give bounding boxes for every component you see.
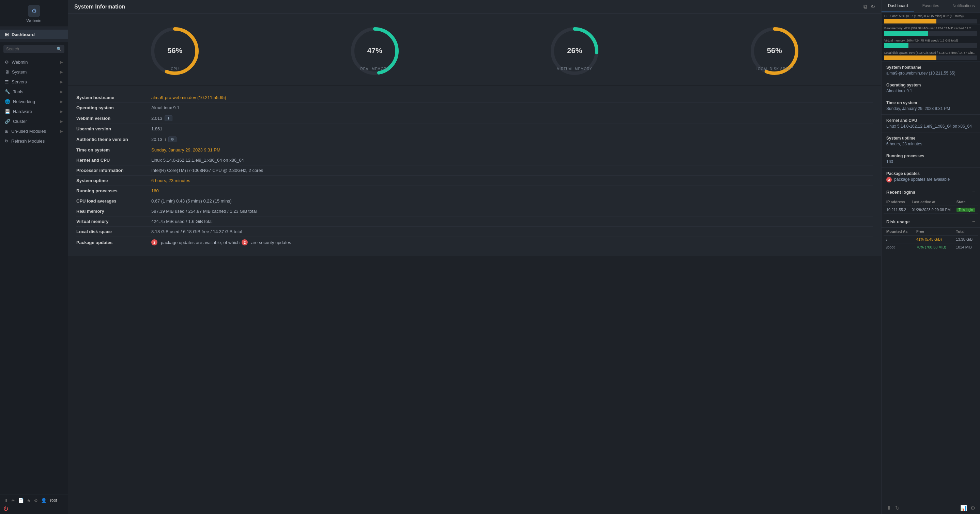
rp-value-time: Sunday, January 29, 2023 9:31 PM — [886, 106, 975, 111]
sidebar-item-hardware[interactable]: 💾Hardware ▶ — [0, 106, 68, 116]
sidebar-active-item[interactable]: ⊞ Dashboard — [0, 30, 68, 39]
rp-footer-chart-icon[interactable]: 📊 — [960, 505, 967, 511]
gauge-virtual-memory: 26% VIRTUAL MEMORY — [547, 24, 602, 78]
info-row-webmin-ver: Webmin version 2.013 ⬇ — [76, 113, 873, 124]
info-value-virtual-memory: 424.75 MiB used / 1.6 GiB total — [151, 219, 213, 224]
rp-title-kernel: Kernel and CPU — [886, 118, 975, 123]
info-value-time: Sunday, January 29, 2023 9:31 PM — [151, 148, 221, 152]
chevron-right-icon: ▶ — [60, 60, 63, 64]
gauge-local-disk-value: 56% — [767, 46, 782, 55]
tools-nav-icon: 🔧 — [5, 89, 10, 94]
webmin-logo-icon: ⚙ — [28, 5, 40, 17]
gauges-row: 56% CPU 47% REAL MEMORY 26% — [68, 14, 881, 85]
rp-footer-icons: ⏸ ↻ — [886, 505, 900, 511]
sidebar-item-networking[interactable]: 🌐Networking ▶ — [0, 97, 68, 106]
table-row: / 41% (5.45 GiB) 13.38 GiB — [884, 236, 978, 243]
footer-logout-icon[interactable]: ⏻ — [3, 506, 8, 511]
right-tabs: Dashboard Favorites Notifications — [881, 0, 980, 13]
footer-pause-icon[interactable]: ⏸ — [3, 498, 8, 503]
sidebar-item-refresh-modules[interactable]: ↻Refresh Modules — [0, 136, 68, 146]
chevron-right-icon: ▶ — [60, 129, 63, 133]
webmin-version-download-btn[interactable]: ⬇ — [165, 116, 172, 121]
rp-value-uptime: 6 hours, 23 minutes — [886, 141, 975, 146]
sidebar-item-tools[interactable]: 🔧Tools ▶ — [0, 87, 68, 97]
disk-usage-header[interactable]: Disk usage − — [881, 216, 980, 228]
rp-section-pkg-updates: Package updates 2 package updates are av… — [881, 168, 980, 186]
rp-title-running-processes: Running processes — [886, 154, 975, 158]
info-row-theme-ver: Authentic theme version 20.13 ℹ ⚙ — [76, 134, 873, 145]
footer-star-icon[interactable]: ★ — [27, 498, 31, 503]
rp-footer-refresh-icon[interactable]: ↻ — [895, 505, 900, 511]
footer-file-icon[interactable]: 📄 — [18, 498, 24, 503]
info-table: System hostname alma9-pro.webmin.dev (10… — [68, 86, 881, 256]
info-value-hostname[interactable]: alma9-pro.webmin.dev (10.211.55.65) — [151, 95, 226, 100]
gauge-local-disk-label: LOCAL DISK SPACE — [756, 67, 793, 71]
chevron-right-icon: ▶ — [60, 80, 63, 84]
chevron-right-icon: ▶ — [60, 90, 63, 94]
col-free: Free — [913, 228, 953, 236]
gauge-cpu: 56% CPU — [148, 24, 202, 78]
login-ip: 10.211.55.2 — [884, 206, 909, 214]
col-mounted: Mounted As — [884, 228, 913, 236]
rp-footer-play-icon[interactable]: ⏸ — [886, 505, 892, 511]
search-box[interactable]: 🔍 — [3, 45, 64, 53]
disk-usage-collapse-btn[interactable]: − — [972, 219, 975, 225]
gauge-real-memory-container: 47% REAL MEMORY — [348, 24, 402, 78]
rp-value-kernel: Linux 5.14.0-162.12.1.el9_1.x86_64 on x8… — [886, 124, 975, 128]
theme-version-settings-btn[interactable]: ⚙ — [168, 136, 177, 142]
copy-button[interactable]: ⧉ — [864, 3, 867, 10]
disk-mounted-boot: /boot — [884, 243, 913, 251]
recent-logins-collapse-btn[interactable]: − — [972, 189, 975, 195]
search-input[interactable] — [6, 47, 55, 51]
refresh-button[interactable]: ↻ — [870, 3, 875, 10]
info-value-local-disk: 8.18 GiB used / 6.18 GiB free / 14.37 Gi… — [151, 229, 242, 234]
rp-footer-settings-icon[interactable]: ⚙ — [970, 505, 975, 511]
disk-free-boot: 70% (700.38 MiB) — [913, 243, 953, 251]
mini-bar-local-disk-fill — [884, 56, 936, 60]
info-row-pkg-updates: Package updates 2 package updates are av… — [76, 237, 873, 248]
page-header-actions: ⧉ ↻ — [864, 3, 875, 10]
footer-brightness-icon[interactable]: ☀ — [11, 498, 15, 503]
footer-user-icon[interactable]: 👤 — [41, 498, 47, 503]
rp-footer-right-icons: 📊 ⚙ — [960, 505, 975, 511]
rp-section-kernel: Kernel and CPU Linux 5.14.0-162.12.1.el9… — [881, 115, 980, 132]
rp-pkg-updates-badge: 2 — [886, 177, 892, 182]
recent-logins-header[interactable]: Recent logins − — [881, 186, 980, 198]
dashboard-icon: ⊞ — [5, 32, 9, 37]
col-total: Total — [953, 228, 978, 236]
sidebar-item-unused-modules[interactable]: ⊞Un-used Modules ▶ — [0, 126, 68, 136]
this-login-badge: This login — [956, 208, 975, 212]
info-value-webmin-ver: 2.013 ⬇ — [151, 116, 172, 121]
gauge-real-memory-label: REAL MEMORY — [361, 67, 389, 71]
sidebar-item-servers[interactable]: ☰Servers ▶ — [0, 77, 68, 87]
disk-total-root: 13.38 GiB — [953, 236, 978, 243]
sidebar-item-system[interactable]: 🖥System ▶ — [0, 67, 68, 77]
disk-free-root: 41% (5.45 GiB) — [913, 236, 953, 243]
rp-section-os: Operating system AlmaLinux 9.1 — [881, 79, 980, 97]
info-row-kernel: Kernel and CPU Linux 5.14.0-162.12.1.el9… — [76, 155, 873, 165]
sidebar-logo: ⚙ Webmin — [0, 0, 68, 27]
tab-dashboard[interactable]: Dashboard — [881, 0, 914, 12]
tab-notifications[interactable]: Notifications — [947, 0, 980, 12]
gauge-virtual-memory-container: 26% VIRTUAL MEMORY — [547, 24, 602, 78]
footer-gear-icon[interactable]: ⚙ — [34, 498, 38, 503]
disk-usage-content: Mounted As Free Total / 41% (5.45 GiB) 1… — [881, 228, 980, 253]
page-header: System Information ⧉ ↻ — [68, 0, 881, 14]
sidebar-footer: ⏸ ☀ 📄 ★ ⚙ 👤 root ⏻ — [0, 495, 68, 514]
sidebar-item-cluster[interactable]: 🔗Cluster ▶ — [0, 116, 68, 126]
table-row: 10.211.55.2 01/29/2023 9:29:38 PM This l… — [884, 206, 978, 214]
info-label-os: Operating system — [76, 105, 151, 110]
disk-usage-title: Disk usage — [886, 219, 910, 224]
disk-total-boot: 1014 MiB — [953, 243, 978, 251]
info-value-cpu-load: 0.67 (1 min) 0.43 (5 mins) 0.22 (15 mins… — [151, 198, 232, 203]
info-row-cpu-load: CPU load averages 0.67 (1 min) 0.43 (5 m… — [76, 196, 873, 206]
theme-info-icon[interactable]: ℹ — [165, 137, 166, 142]
info-row-processor: Processor information Intel(R) Core(TM) … — [76, 165, 873, 176]
tab-favorites[interactable]: Favorites — [914, 0, 947, 12]
sidebar-item-webmin[interactable]: ⚙Webmin ▶ — [0, 57, 68, 67]
recent-logins-content: IP address Last active at State 10.211.5… — [881, 198, 980, 216]
gauge-real-memory-value: 47% — [368, 46, 382, 55]
sidebar: ⚙ Webmin ⊞ Dashboard 🔍 ⚙Webmin ▶ 🖥System… — [0, 0, 68, 514]
search-icon: 🔍 — [57, 47, 62, 51]
rp-title-hostname: System hostname — [886, 65, 975, 70]
